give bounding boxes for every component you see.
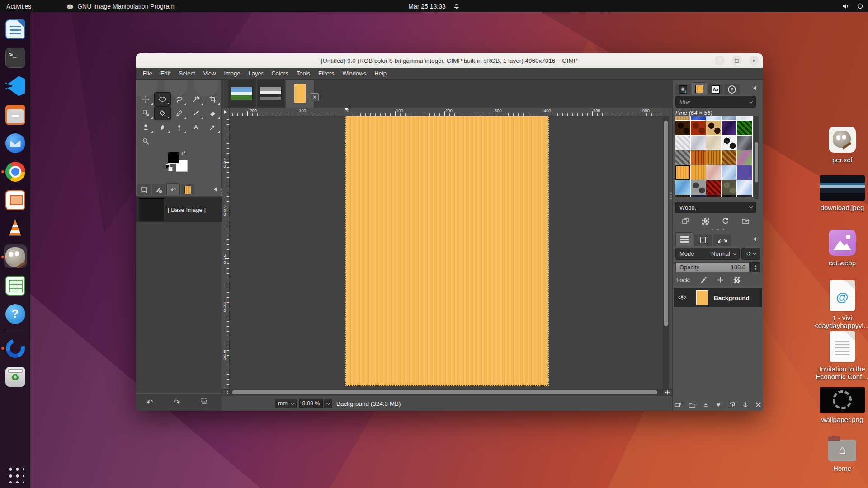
undo-history-tab[interactable]: ↶ <box>166 183 180 195</box>
pattern-dark-gray[interactable] <box>737 195 752 197</box>
pattern-black[interactable] <box>722 195 736 197</box>
pattern-pine[interactable] <box>675 165 690 180</box>
pattern-dark-camo[interactable] <box>722 180 736 195</box>
pattern-oil-swirl[interactable] <box>737 150 752 165</box>
desktop-icon-per-xcf[interactable]: per.xcf <box>813 127 868 164</box>
duplicate-pattern-button[interactable] <box>682 217 690 225</box>
default-colors-icon[interactable] <box>166 164 170 168</box>
desktop-icon-invitation-doc[interactable]: Invitation to the Economic Conf… <box>813 331 868 380</box>
clock[interactable]: Mar 25 13:33 <box>408 3 460 10</box>
ruler-corner-button[interactable] <box>222 108 230 116</box>
pattern-purple-storm[interactable] <box>722 121 736 135</box>
paintbrush-tool[interactable] <box>188 106 204 120</box>
pattern-red-leather[interactable] <box>691 121 706 135</box>
zoom-dropdown-button[interactable] <box>324 399 332 408</box>
anchor-layer-button[interactable] <box>742 401 749 408</box>
menu-filters[interactable]: Filters <box>314 68 338 80</box>
pattern-dark-blue[interactable] <box>691 195 706 197</box>
pattern-parquet-dark[interactable] <box>722 150 736 165</box>
menu-tools[interactable]: Tools <box>292 68 314 80</box>
channels-tab[interactable] <box>694 234 712 246</box>
pattern-cream-paper[interactable] <box>706 136 721 150</box>
focused-app-menu[interactable]: GNU Image Manipulation Program <box>66 3 175 10</box>
pattern-sky-light[interactable] <box>706 116 721 120</box>
menu-view[interactable]: View <box>199 68 220 80</box>
dock-files[interactable] <box>0 100 30 129</box>
quick-mask-button[interactable] <box>222 389 230 395</box>
clone-tool[interactable] <box>137 120 154 134</box>
redo-button[interactable]: ↷ <box>163 398 190 407</box>
eraser-tool[interactable] <box>204 106 221 120</box>
smudge-tool[interactable] <box>154 120 171 134</box>
dock-libreoffice-writer[interactable] <box>0 15 30 43</box>
pattern-green-leaves[interactable] <box>737 121 752 135</box>
menu-help[interactable]: Help <box>370 68 391 80</box>
pattern-slate-blue[interactable] <box>722 116 736 120</box>
pattern-filter-input[interactable]: filter <box>675 96 756 108</box>
pattern-white-crinkle[interactable] <box>675 136 690 150</box>
layers-tab[interactable] <box>675 232 693 246</box>
delete-pattern-button[interactable] <box>702 218 709 225</box>
text-tool[interactable]: A <box>188 120 204 134</box>
pattern-orange-grain[interactable] <box>691 150 706 165</box>
unit-dropdown[interactable]: mm <box>275 399 297 408</box>
menu-colors[interactable]: Colors <box>267 68 292 80</box>
close-button[interactable]: × <box>749 56 759 66</box>
pattern-bw-blobs[interactable] <box>722 136 736 150</box>
raise-layer-button[interactable] <box>703 402 709 408</box>
lower-layer-button[interactable] <box>715 402 722 408</box>
fonts-tab[interactable]: Aa <box>708 84 723 95</box>
pattern-dark-red[interactable] <box>706 195 721 197</box>
dock-thunderbird[interactable] <box>0 129 30 157</box>
dock-vscode[interactable] <box>0 72 30 100</box>
pattern-category-dropdown[interactable]: Wood, <box>675 202 756 213</box>
dock-app-grid[interactable] <box>0 460 30 488</box>
maximize-button[interactable]: □ <box>732 56 742 66</box>
menu-select[interactable]: Select <box>175 68 199 80</box>
move-tool[interactable] <box>137 92 154 106</box>
crop-tool[interactable] <box>204 92 221 106</box>
image-tab-landscape-color[interactable] <box>228 80 256 108</box>
vertical-ruler[interactable]: 1 0 02 0 03 0 04 0 05 0 0 <box>222 116 230 389</box>
undo-button[interactable]: ↶ <box>136 398 163 407</box>
tool-options-tab[interactable] <box>137 184 151 195</box>
transform-tool[interactable] <box>137 106 154 120</box>
color-picker-tool[interactable] <box>204 120 221 134</box>
refresh-patterns-button[interactable] <box>722 217 729 225</box>
pattern-blue-clouds[interactable] <box>737 180 752 195</box>
pattern-paper-white[interactable] <box>737 116 752 120</box>
desktop-icon-home[interactable]: Home <box>813 436 868 472</box>
ink-tool[interactable] <box>171 120 188 134</box>
dock-chrome[interactable] <box>0 157 30 186</box>
pattern-pebbles[interactable] <box>691 180 706 195</box>
lock-pixels-icon[interactable] <box>700 277 707 283</box>
mode-options-button[interactable]: ↺ <box>741 248 760 260</box>
pattern-parquet[interactable] <box>706 150 721 165</box>
undo-history-base-row[interactable]: [ Base Image ] <box>136 197 222 222</box>
ellipse-select-tool[interactable] <box>154 92 171 106</box>
pattern-grid-scrollbar[interactable] <box>754 116 759 199</box>
pattern-wood-light[interactable] <box>691 165 706 180</box>
brushes-tab[interactable] <box>675 84 691 95</box>
desktop-icon-wallpaper-png[interactable]: wallpaper.png <box>813 387 868 423</box>
device-status-tab[interactable]: i <box>152 184 165 195</box>
zoom-tool[interactable] <box>137 134 154 148</box>
pattern-dark-wood[interactable] <box>675 195 690 197</box>
foreground-color-swatch[interactable] <box>168 152 179 164</box>
pencil-tool[interactable] <box>171 106 188 120</box>
horizontal-scrollbar-thumb[interactable] <box>232 390 657 394</box>
fuzzy-select-tool[interactable] <box>188 92 204 106</box>
desktop-icon-download-jpeg[interactable]: download.jpeg <box>813 175 868 211</box>
patterns-tab[interactable] <box>692 82 707 95</box>
pattern-leopard[interactable] <box>706 121 721 135</box>
canvas-viewport[interactable] <box>230 116 663 389</box>
zoom-level-field[interactable]: 9.09 % <box>299 399 323 408</box>
navigation-button[interactable] <box>663 389 672 395</box>
patterns-tab-menu-button[interactable] <box>753 86 756 90</box>
toolbox-tab-menu-button[interactable] <box>214 187 217 192</box>
layers-tab-menu-button[interactable] <box>753 237 756 241</box>
menu-edit[interactable]: Edit <box>156 68 175 80</box>
activities-button[interactable]: Activities <box>6 3 31 10</box>
pattern-pink-marble[interactable] <box>706 165 721 180</box>
lock-alpha-icon[interactable] <box>734 277 740 283</box>
